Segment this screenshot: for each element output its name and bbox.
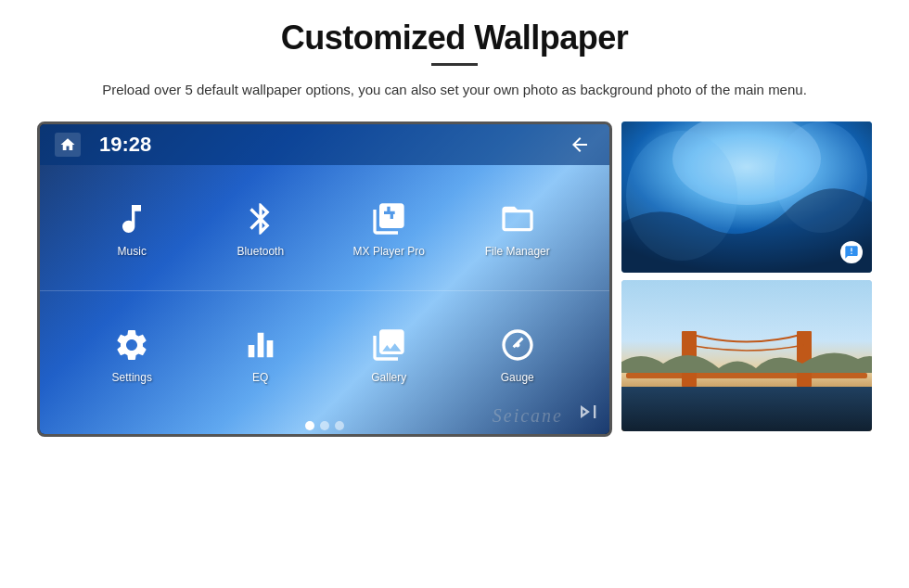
mxplayer-label: MX Player Pro <box>353 245 425 258</box>
page: Customized Wallpaper Preload over 5 defa… <box>0 0 909 588</box>
photo-badge-ice <box>840 241 863 263</box>
app-row-1: Music Bluetooth <box>40 165 609 290</box>
app-gallery[interactable]: Gallery <box>352 323 426 384</box>
app-eq[interactable]: EQ <box>224 323 298 384</box>
app-filemanager[interactable]: File Manager <box>480 197 555 258</box>
eq-icon <box>238 323 283 367</box>
gallery-icon <box>366 323 411 367</box>
app-row-2: Settings EQ <box>40 291 609 416</box>
photo-ice-cave <box>621 121 872 273</box>
pagination: Seicane <box>40 415 609 434</box>
top-bar: 19:28 <box>40 124 609 165</box>
car-screen: 19:28 Music <box>37 121 612 437</box>
title-underline <box>431 63 478 66</box>
photo-golden-gate <box>621 280 872 431</box>
back-svg <box>569 134 591 156</box>
gauge-icon <box>495 323 540 367</box>
ice-cave-svg <box>621 121 872 273</box>
dot-3[interactable] <box>335 421 344 430</box>
app-bluetooth[interactable]: Bluetooth <box>224 197 298 258</box>
filemanager-label: File Manager <box>485 245 550 258</box>
content-row: 19:28 Music <box>37 121 872 437</box>
car-screen-inner: 19:28 Music <box>40 124 609 434</box>
time-display: 19:28 <box>99 133 151 157</box>
music-label: Music <box>118 245 147 258</box>
svg-rect-6 <box>626 373 867 378</box>
back-icon[interactable] <box>565 130 595 160</box>
dot-2[interactable] <box>320 421 329 430</box>
page-title: Customized Wallpaper <box>281 19 629 58</box>
gauge-label: Gauge <box>501 371 534 384</box>
mxplayer-icon <box>366 197 411 241</box>
home-icon[interactable] <box>55 133 81 157</box>
bluetooth-icon <box>238 197 283 241</box>
settings-icon <box>109 323 154 367</box>
music-icon <box>109 197 154 241</box>
golden-gate-svg <box>621 280 872 431</box>
app-music[interactable]: Music <box>95 197 169 258</box>
home-svg <box>59 136 76 153</box>
gallery-label: Gallery <box>371 371 406 384</box>
right-photos <box>621 121 872 431</box>
svg-rect-8 <box>797 331 812 387</box>
eq-label: EQ <box>252 371 268 384</box>
app-settings[interactable]: Settings <box>95 323 169 384</box>
svg-rect-5 <box>621 387 872 431</box>
skip-forward-icon[interactable] <box>574 399 600 428</box>
dot-1[interactable] <box>305 421 314 430</box>
page-subtitle: Preload over 5 default wallpaper options… <box>102 79 807 101</box>
bluetooth-label: Bluetooth <box>237 245 284 258</box>
filemanager-icon <box>495 197 540 241</box>
app-mxplayer[interactable]: MX Player Pro <box>352 197 426 258</box>
app-gauge[interactable]: Gauge <box>480 323 555 384</box>
settings-label: Settings <box>112 371 152 384</box>
